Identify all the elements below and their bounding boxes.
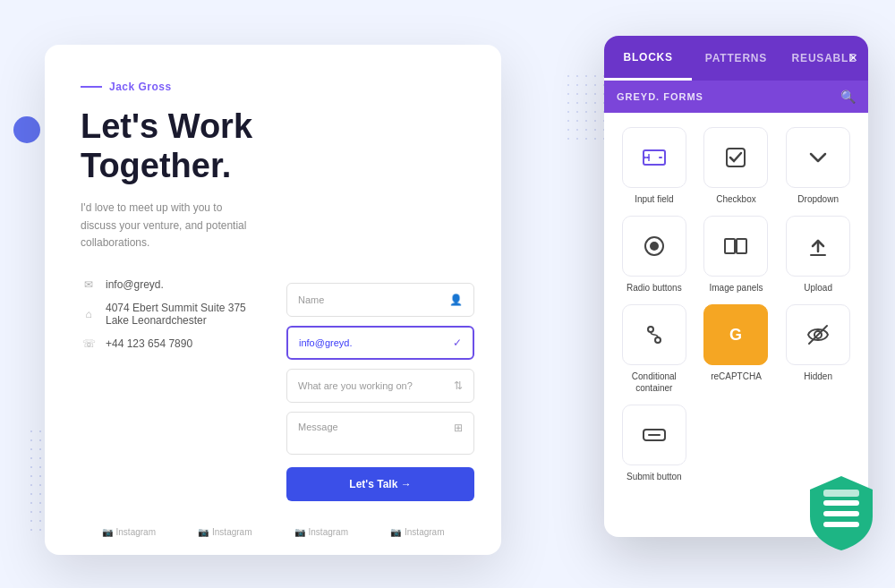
- svg-point-23: [648, 327, 653, 332]
- instagram-icon-2: 📷: [198, 527, 209, 537]
- block-hidden-label: Hidden: [804, 371, 832, 382]
- instagram-icon-4: 📷: [390, 527, 401, 537]
- block-input-field-label: Input field: [635, 193, 673, 205]
- svg-rect-21: [737, 239, 746, 253]
- svg-rect-20: [725, 239, 735, 253]
- block-checkbox[interactable]: Checkbox: [699, 127, 774, 205]
- block-radio[interactable]: Radio buttons: [617, 216, 692, 294]
- svg-point-19: [650, 242, 659, 251]
- working-on-placeholder: What are you working on?: [298, 380, 413, 391]
- block-conditional[interactable]: Conditionalcontainer: [617, 304, 692, 394]
- svg-rect-31: [823, 511, 859, 516]
- check-icon: ✓: [453, 337, 462, 349]
- hero-title: Let's WorkTogether.: [81, 107, 465, 185]
- block-conditional-icon-box: [622, 304, 686, 365]
- working-on-input[interactable]: What are you working on? ⇅: [286, 369, 474, 403]
- address-icon: ⌂: [81, 306, 97, 322]
- name-placeholder: Name: [298, 294, 324, 305]
- person-icon: 👤: [449, 294, 463, 306]
- blue-circle-decoration: [13, 116, 40, 143]
- contact-phone: +44 123 654 7890: [106, 337, 192, 350]
- block-dropdown-label: Dropdown: [797, 193, 839, 205]
- dropdown-icon: ⇅: [454, 379, 463, 392]
- social-instagram-1[interactable]: 📷 Instagram: [102, 527, 156, 537]
- conditional-icon: [640, 320, 669, 349]
- panel-header: BLOCKS PATTERNS REUSABLE ×: [604, 36, 868, 81]
- left-card: Jack Gross Let's WorkTogether. I'd love …: [45, 45, 501, 555]
- block-recaptcha[interactable]: G reCAPTCHA: [699, 304, 774, 394]
- search-label: GREYD. FORMS: [617, 91, 703, 102]
- social-instagram-4[interactable]: 📷 Instagram: [390, 527, 444, 537]
- svg-point-24: [655, 337, 661, 343]
- svg-rect-33: [823, 490, 859, 497]
- block-image-panels-icon-box: [703, 216, 768, 277]
- social-instagram-3[interactable]: 📷 Instagram: [294, 527, 348, 537]
- contact-form: Name 👤 info@greyd. ✓ What are you workin…: [286, 283, 474, 501]
- block-upload-icon-box: [786, 216, 850, 277]
- block-radio-label: Radio buttons: [626, 282, 682, 294]
- block-recaptcha-label: reCAPTCHA: [711, 371, 762, 382]
- block-submit-label: Submit button: [626, 471, 682, 482]
- expand-icon: ⊞: [454, 422, 463, 434]
- image-panels-icon: [721, 232, 750, 260]
- author-line: Jack Gross: [81, 81, 465, 93]
- author-dash: [81, 86, 102, 88]
- message-input[interactable]: Message ⊞: [286, 412, 474, 455]
- instagram-icon-3: 📷: [294, 527, 305, 537]
- block-dropdown[interactable]: Dropdown: [780, 127, 856, 205]
- contact-email: info@greyd.: [106, 278, 164, 291]
- block-radio-icon-box: [622, 216, 686, 277]
- tab-blocks[interactable]: BLOCKS: [604, 36, 692, 81]
- instagram-icon-1: 📷: [102, 527, 113, 537]
- tab-patterns[interactable]: PATTERNS: [692, 36, 780, 81]
- message-placeholder: Message: [298, 422, 338, 432]
- svg-text:G: G: [729, 326, 742, 344]
- submit-icon: [640, 421, 669, 449]
- email-input[interactable]: info@greyd. ✓: [286, 326, 474, 360]
- block-upload[interactable]: Upload: [780, 216, 856, 294]
- author-name: Jack Gross: [109, 81, 172, 93]
- block-recaptcha-icon-box: G: [703, 304, 768, 365]
- block-upload-label: Upload: [804, 282, 832, 294]
- upload-icon: [804, 232, 832, 260]
- phone-icon: ☏: [81, 336, 97, 352]
- search-icon[interactable]: 🔍: [840, 89, 856, 104]
- recaptcha-icon: G: [721, 320, 750, 349]
- dropdown-icon: [804, 143, 832, 172]
- block-image-panels[interactable]: Image panels: [699, 216, 774, 294]
- name-input[interactable]: Name 👤: [286, 283, 474, 317]
- input-field-icon: [640, 143, 669, 172]
- email-icon: ✉: [81, 277, 97, 293]
- block-hidden-icon-box: [786, 304, 850, 365]
- social-instagram-2[interactable]: 📷 Instagram: [198, 527, 251, 537]
- block-submit-icon-box: [622, 405, 686, 465]
- block-dropdown-icon-box: [786, 127, 850, 188]
- submit-button[interactable]: Let's Talk →: [286, 467, 474, 501]
- block-checkbox-icon-box: [703, 127, 768, 188]
- email-value: info@greyd.: [299, 337, 352, 348]
- blocks-grid: Input field Checkbox Dropdown: [604, 113, 868, 497]
- social-links: 📷 Instagram 📷 Instagram 📷 Instagram 📷 In…: [45, 527, 501, 537]
- block-hidden[interactable]: Hidden: [780, 304, 856, 394]
- hidden-icon: [804, 320, 832, 349]
- svg-rect-32: [823, 522, 859, 527]
- block-image-panels-label: Image panels: [709, 282, 763, 294]
- block-submit[interactable]: Submit button: [617, 405, 692, 482]
- panel-search-bar: GREYD. FORMS 🔍: [604, 81, 868, 113]
- contact-address: 4074 Ebert Summit Suite 375Lake Leonardc…: [106, 302, 246, 327]
- social-label-3: Instagram: [309, 527, 348, 537]
- social-label-4: Instagram: [405, 527, 444, 537]
- close-button[interactable]: ×: [849, 51, 857, 65]
- blocks-panel: BLOCKS PATTERNS REUSABLE × GREYD. FORMS …: [604, 36, 868, 537]
- radio-icon: [640, 232, 669, 260]
- svg-rect-30: [823, 500, 859, 506]
- hero-subtitle: I'd love to meet up with you to discuss …: [81, 200, 260, 251]
- block-input-field[interactable]: Input field: [617, 127, 692, 205]
- block-input-field-icon-box: [622, 127, 686, 188]
- social-label-1: Instagram: [116, 527, 156, 537]
- checkbox-icon: [721, 143, 750, 172]
- social-label-2: Instagram: [212, 527, 251, 537]
- block-checkbox-label: Checkbox: [716, 193, 755, 205]
- green-shield-badge: [806, 472, 877, 552]
- block-conditional-label: Conditionalcontainer: [632, 371, 677, 394]
